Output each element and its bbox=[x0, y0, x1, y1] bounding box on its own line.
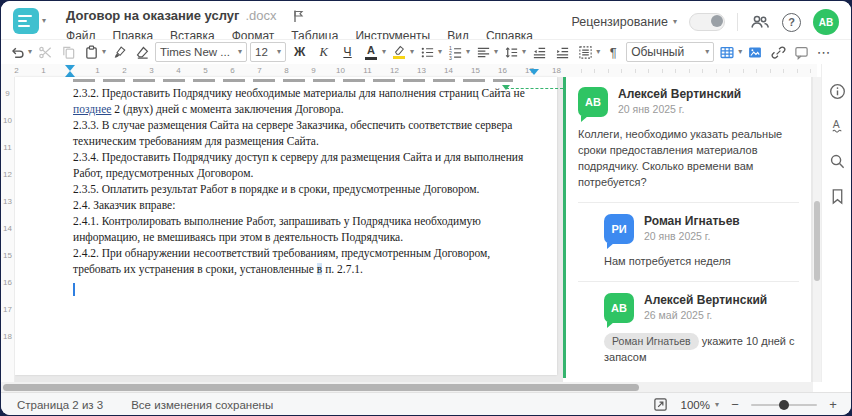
paragraph-2-3-4: 2.3.4. Предоставить Подрядчику доступ к … bbox=[73, 149, 539, 181]
more-tools-button[interactable]: ⋯ bbox=[814, 42, 834, 63]
fit-page-icon[interactable] bbox=[651, 394, 671, 415]
ruler-number: 18 bbox=[543, 64, 570, 77]
document-page[interactable]: 2.3.2. Предоставить Подрядчику необходим… bbox=[15, 77, 557, 375]
save-status: Все изменения сохранены bbox=[131, 399, 273, 411]
undo-menu-caret[interactable]: ▾ bbox=[28, 48, 32, 56]
bold-button[interactable]: Ж bbox=[289, 42, 310, 63]
zoom-slider[interactable] bbox=[751, 404, 817, 406]
cut-icon[interactable] bbox=[35, 42, 55, 63]
italic-button[interactable]: К bbox=[313, 42, 334, 63]
ruler-number: 14 bbox=[1, 224, 14, 251]
review-mode-button[interactable]: Рецензирование ▾ bbox=[571, 15, 677, 29]
review-toggle[interactable] bbox=[689, 13, 725, 31]
chevron-down-icon: ▾ bbox=[277, 48, 281, 56]
font-color-caret[interactable]: ▾ bbox=[382, 48, 386, 56]
insert-image-icon[interactable] bbox=[745, 42, 765, 63]
header: ▾ Договор на оказание услуг.docx ФайлПра… bbox=[1, 1, 851, 39]
insert-table-caret[interactable]: ▾ bbox=[738, 48, 742, 56]
align-icon[interactable] bbox=[473, 42, 493, 63]
format-painter-icon[interactable] bbox=[109, 42, 129, 63]
clear-style-icon[interactable] bbox=[132, 42, 152, 63]
line-spacing-icon[interactable] bbox=[501, 42, 521, 63]
font-size-select[interactable]: 12 ▾ bbox=[250, 42, 286, 62]
paragraph-settings-icon[interactable] bbox=[575, 42, 595, 63]
comment-connector-line bbox=[506, 88, 563, 89]
comment-reply[interactable]: АВ Алексей Вертинский 26 май 2025 г. Ром… bbox=[578, 293, 799, 366]
ruler-number: 8 bbox=[273, 64, 300, 77]
comment-text: Роман Игнатьев укажите 10 дней с запасом bbox=[578, 333, 799, 366]
horizontal-scrollbar[interactable] bbox=[1, 382, 813, 392]
font-name-value: Times New ... bbox=[160, 46, 230, 58]
commented-word[interactable]: позднее bbox=[73, 103, 111, 115]
comment-date: 26 май 2025 г. bbox=[644, 309, 767, 321]
comment[interactable]: АВ Алексей Вертинский 20 янв 2025 г. Кол… bbox=[578, 87, 799, 191]
decrease-indent-icon[interactable] bbox=[529, 42, 549, 63]
app-menu-button[interactable]: ▾ bbox=[13, 8, 46, 34]
show-marks-button[interactable]: ¶ bbox=[603, 42, 623, 63]
chevron-down-icon: ▾ bbox=[673, 18, 677, 26]
right-indent-marker[interactable] bbox=[529, 69, 539, 75]
zoom-level-button[interactable]: 100% ▾ bbox=[681, 399, 719, 411]
svg-text:А: А bbox=[832, 119, 839, 130]
highlight-color-button[interactable] bbox=[389, 42, 409, 63]
bullet-list-icon[interactable] bbox=[417, 42, 437, 63]
comment-thread[interactable]: АВ Алексей Вертинский 20 янв 2025 г. Кол… bbox=[563, 77, 811, 378]
user-avatar[interactable]: АВ bbox=[813, 9, 839, 35]
ruler-number: 3 bbox=[138, 64, 165, 77]
comment-author: Алексей Вертинский bbox=[618, 87, 741, 101]
search-icon[interactable] bbox=[828, 152, 846, 170]
collaboration-users-icon[interactable] bbox=[750, 12, 770, 33]
help-icon[interactable]: ? bbox=[782, 13, 801, 32]
line-spacing-caret[interactable]: ▾ bbox=[522, 48, 526, 56]
ruler-number: 12 bbox=[381, 64, 408, 77]
paragraph-2-3-2: 2.3.2. Предоставить Подрядчику необходим… bbox=[73, 85, 539, 117]
ruler-number: 1 bbox=[30, 64, 57, 77]
underline-button[interactable]: Ч bbox=[337, 42, 358, 63]
vertical-ruler[interactable]: 9101112131415161718 bbox=[1, 77, 15, 382]
paste-icon[interactable] bbox=[81, 42, 101, 63]
comment-author: Роман Игнатьев bbox=[644, 214, 740, 228]
toolbar: ▾ ▾ Times New ... ▾ 12 ▾ Ж К Ч bbox=[1, 39, 851, 64]
scrollbar-thumb[interactable] bbox=[814, 201, 820, 281]
vertical-scrollbar[interactable] bbox=[813, 77, 821, 382]
paragraph-2-4: 2.4. Заказчик вправе: bbox=[73, 197, 539, 213]
align-caret[interactable]: ▾ bbox=[494, 48, 498, 56]
mention-pill[interactable]: Роман Игнатьев bbox=[604, 333, 699, 350]
numbered-list-icon[interactable]: 123 bbox=[445, 42, 465, 63]
font-color-button[interactable]: А bbox=[361, 42, 381, 63]
flag-icon[interactable] bbox=[289, 5, 309, 26]
numbered-list-caret[interactable]: ▾ bbox=[466, 48, 470, 56]
ruler-number: 16 bbox=[1, 278, 14, 305]
undo-button[interactable] bbox=[7, 42, 27, 63]
ruler-number: 15 bbox=[462, 64, 489, 77]
scrollbar-thumb[interactable] bbox=[3, 384, 639, 391]
zoom-out-button[interactable]: − bbox=[729, 397, 741, 412]
font-size-value: 12 bbox=[255, 46, 268, 58]
zoom-slider-knob[interactable] bbox=[779, 400, 789, 410]
info-icon[interactable] bbox=[828, 82, 846, 100]
paragraph-settings-caret[interactable]: ▾ bbox=[596, 48, 600, 56]
zoom-in-button[interactable]: + bbox=[827, 397, 839, 412]
app-logo-icon bbox=[13, 8, 39, 34]
insert-table-icon[interactable] bbox=[717, 42, 737, 63]
highlight-color-caret[interactable]: ▾ bbox=[410, 48, 414, 56]
paragraph-style-select[interactable]: Обычный ▾ bbox=[626, 42, 714, 62]
increase-indent-icon[interactable] bbox=[552, 42, 572, 63]
paragraph-style-value: Обычный bbox=[631, 45, 684, 59]
horizontal-ruler[interactable]: 21123456789101112131415161718 bbox=[1, 64, 817, 78]
toggle-knob bbox=[711, 15, 723, 27]
spellcheck-icon[interactable]: А bbox=[828, 117, 846, 135]
insert-link-icon[interactable] bbox=[768, 42, 788, 63]
document-title: Договор на оказание услуг bbox=[66, 8, 239, 23]
chevron-down-icon: ▾ bbox=[238, 48, 242, 56]
ruler-number: 2 bbox=[111, 64, 138, 77]
copy-icon[interactable] bbox=[58, 42, 78, 63]
font-name-select[interactable]: Times New ... ▾ bbox=[155, 42, 247, 62]
bullet-list-caret[interactable]: ▾ bbox=[438, 48, 442, 56]
bookmark-icon[interactable] bbox=[828, 187, 846, 205]
comment-date: 20 янв 2025 г. bbox=[644, 230, 740, 242]
insert-comment-icon[interactable] bbox=[791, 42, 811, 63]
paste-menu-caret[interactable]: ▾ bbox=[102, 48, 106, 56]
comment-reply[interactable]: РИ Роман Игнатьев 20 янв 2025 г. Нам пот… bbox=[578, 214, 799, 270]
page-indicator[interactable]: Страница 2 из 3 bbox=[17, 399, 103, 411]
